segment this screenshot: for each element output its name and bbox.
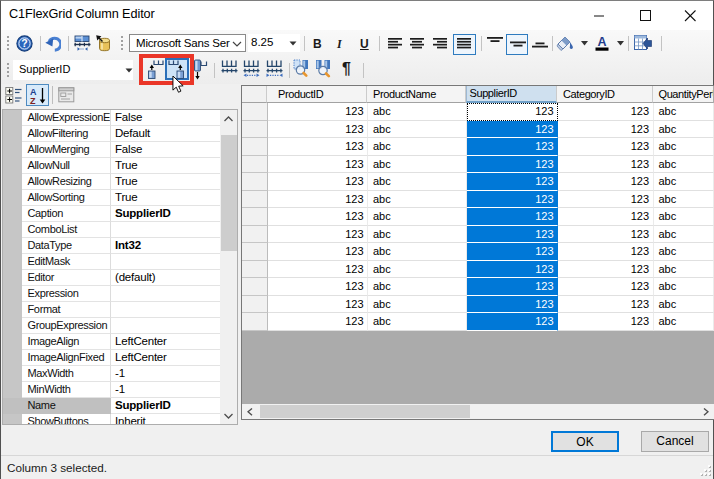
svg-text:?: ? <box>21 37 27 49</box>
svg-text:A: A <box>597 35 606 49</box>
svg-text:Z: Z <box>30 96 36 106</box>
